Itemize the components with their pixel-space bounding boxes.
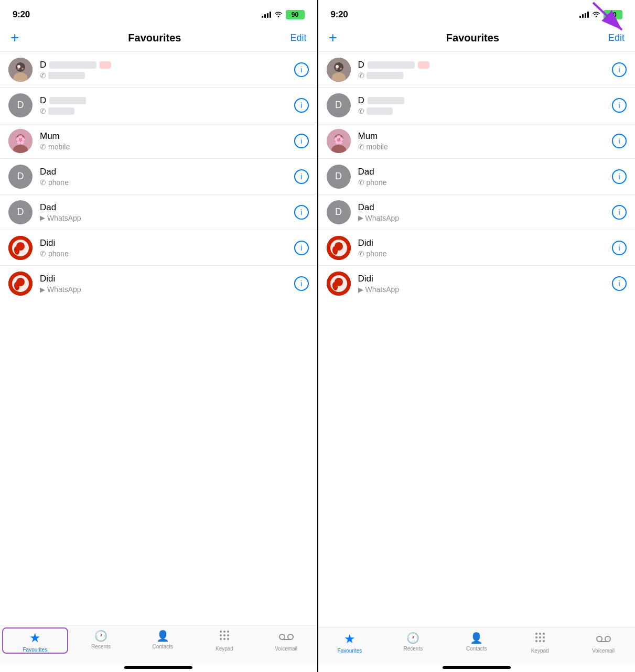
info-button-right-4[interactable]: i <box>612 169 627 184</box>
avatar-left-7 <box>8 272 33 296</box>
contact-sub-left-3: ✆ mobile <box>40 143 294 151</box>
svg-point-38 <box>336 65 339 68</box>
svg-text:🌸: 🌸 <box>333 135 344 145</box>
contact-info-right-5: Dad ▶ WhatsApp <box>358 202 612 222</box>
svg-point-64 <box>605 636 610 642</box>
tab-bar-right: ★ Favourites 🕐 Recents 👤 Contacts <box>318 627 636 664</box>
contact-item-left-3[interactable]: 🌸 Mum ✆ mobile i <box>0 123 317 159</box>
svg-point-21 <box>223 631 225 633</box>
keypad-icon-left <box>219 630 230 644</box>
svg-point-55 <box>539 633 541 635</box>
svg-point-20 <box>220 631 222 633</box>
avatar-right-3: 🌸 <box>327 129 351 153</box>
info-button-right-3[interactable]: i <box>612 134 627 148</box>
info-button-left-3[interactable]: i <box>294 134 309 148</box>
contacts-icon-right: 👤 <box>470 632 483 644</box>
avatar-left-5: D <box>8 200 33 224</box>
add-button-left[interactable]: + <box>10 30 19 45</box>
favourites-label-right: Favourites <box>338 648 362 654</box>
svg-point-7 <box>21 68 24 70</box>
edit-button-left[interactable]: Edit <box>290 32 306 44</box>
contact-item-right-7[interactable]: Didi ▶ WhatsApp i <box>318 266 636 301</box>
contact-name-right-3: Mum <box>358 131 612 142</box>
contacts-label-right: Contacts <box>466 646 487 652</box>
tab-keypad-left[interactable]: Keypad <box>193 630 255 654</box>
svg-point-57 <box>535 636 537 638</box>
tab-voicemail-left[interactable]: Voicemail <box>255 630 317 654</box>
contact-info-left-2: D ✆ <box>40 95 294 115</box>
info-button-right-2[interactable]: i <box>612 98 627 113</box>
contact-name-left-4: Dad <box>40 167 294 177</box>
contact-item-left-4[interactable]: D Dad ✆ phone i <box>0 159 317 194</box>
contact-sub-left-4: ✆ phone <box>40 178 294 187</box>
tab-voicemail-right[interactable]: Voicemail <box>572 632 635 654</box>
avatar-right-6 <box>327 236 351 260</box>
contact-item-right-2[interactable]: D D ✆ i <box>318 88 636 123</box>
contact-name-right-1: D <box>358 60 364 70</box>
keypad-icon-right <box>534 632 546 646</box>
contact-item-right-5[interactable]: D Dad ▶ WhatsApp i <box>318 194 636 230</box>
avatar-left-1 <box>8 58 33 82</box>
info-button-right-6[interactable]: i <box>612 241 627 255</box>
svg-line-33 <box>593 3 622 30</box>
voicemail-icon-left <box>279 630 294 644</box>
contact-sub-left-5: ▶ WhatsApp <box>40 214 294 222</box>
svg-point-62 <box>543 640 545 642</box>
contact-name-right-6: Didi <box>358 238 612 248</box>
status-time-right: 9:20 <box>331 9 348 20</box>
left-panel: 9:20 90 + Favourites Edit <box>0 0 317 672</box>
recents-label-right: Recents <box>404 646 423 652</box>
home-indicator-right <box>443 666 511 669</box>
wifi-icon-left <box>274 11 283 19</box>
tab-recents-right[interactable]: 🕐 Recents <box>381 632 445 654</box>
contact-name-left-7: Didi <box>40 274 294 284</box>
tab-bar-left: ★ Favourites 🕐 Recents 👤 Contacts <box>0 625 317 664</box>
keypad-label-left: Keypad <box>216 646 233 652</box>
info-button-right-7[interactable]: i <box>612 276 627 291</box>
contacts-label-left: Contacts <box>153 644 173 649</box>
svg-point-30 <box>288 634 293 640</box>
contact-sub-right-7: ▶ WhatsApp <box>358 285 612 294</box>
info-button-left-5[interactable]: i <box>294 205 309 220</box>
contact-item-left-6[interactable]: Didi ✆ phone i <box>0 230 317 266</box>
svg-point-25 <box>227 634 229 636</box>
recents-icon-left: 🕐 <box>94 630 107 642</box>
contacts-list-right: D ✆ i D D ✆ <box>318 52 636 627</box>
tab-contacts-right[interactable]: 👤 Contacts <box>445 632 508 654</box>
contacts-list-left: D ✆ i D D ✆ <box>0 52 317 625</box>
contact-sub-right-4: ✆ phone <box>358 178 612 187</box>
svg-point-37 <box>334 62 343 72</box>
tab-keypad-right[interactable]: Keypad <box>508 632 572 654</box>
info-button-right-1[interactable]: i <box>612 62 627 77</box>
tab-contacts-left[interactable]: 👤 Contacts <box>132 630 193 654</box>
right-panel: 9:20 90 + Favourites Edit <box>318 0 636 672</box>
info-button-left-4[interactable]: i <box>294 169 309 184</box>
contact-item-right-4[interactable]: D Dad ✆ phone i <box>318 159 636 194</box>
info-button-left-7[interactable]: i <box>294 276 309 291</box>
nav-title-left: Favourites <box>128 32 181 44</box>
contact-item-right-1[interactable]: D ✆ i <box>318 52 636 88</box>
svg-point-22 <box>227 631 229 633</box>
contact-sub-right-1: ✆ <box>358 71 612 80</box>
svg-point-40 <box>336 68 338 70</box>
contact-item-right-6[interactable]: Didi ✆ phone i <box>318 230 636 266</box>
contact-item-left-5[interactable]: D Dad ▶ WhatsApp i <box>0 194 317 230</box>
voicemail-icon-right <box>596 632 611 646</box>
voicemail-label-right: Voicemail <box>592 648 615 654</box>
contact-item-left-7[interactable]: Didi ▶ WhatsApp i <box>0 266 317 301</box>
recents-label-left: Recents <box>91 644 111 649</box>
info-button-left-2[interactable]: i <box>294 98 309 113</box>
tab-recents-left[interactable]: 🕐 Recents <box>70 630 132 654</box>
tab-favourites-right[interactable]: ★ Favourites <box>318 632 382 654</box>
contact-item-right-3[interactable]: 🌸 Mum ✆ mobile i <box>318 123 636 159</box>
avatar-right-1 <box>327 58 351 82</box>
info-button-left-6[interactable]: i <box>294 241 309 255</box>
info-button-left-1[interactable]: i <box>294 62 309 77</box>
contact-info-right-6: Didi ✆ phone <box>358 238 612 258</box>
add-button-right[interactable]: + <box>329 30 337 45</box>
info-button-right-5[interactable]: i <box>612 205 627 220</box>
tab-favourites-left[interactable]: ★ Favourites <box>2 627 68 654</box>
contact-item-left-2[interactable]: D D ✆ i <box>0 88 317 123</box>
contact-name-left-5: Dad <box>40 202 294 213</box>
contact-item-left-1[interactable]: D ✆ i <box>0 52 317 88</box>
